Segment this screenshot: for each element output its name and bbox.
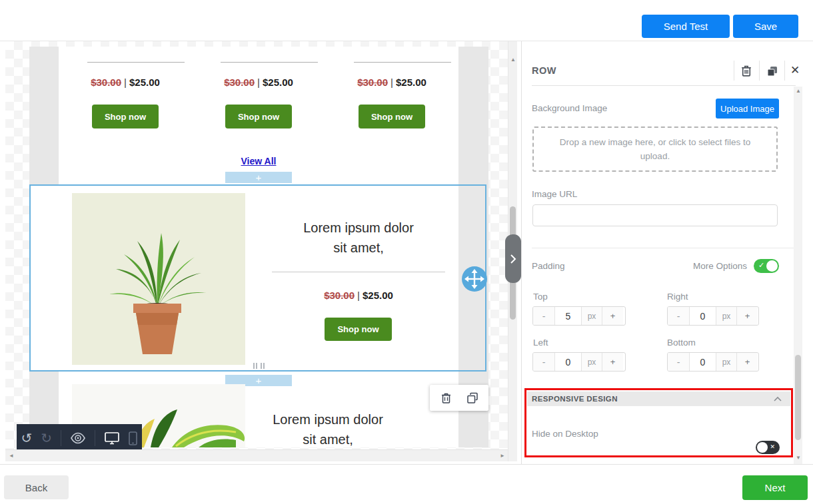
email-canvas: $30.00|$25.00 $30.00|$25.00 $30.00|$25.0… [0,41,521,464]
more-options-label: More Options [654,261,747,271]
panel-title: ROW [532,65,556,76]
padding-right-value[interactable]: 0 [690,307,716,325]
bottom-row-heading-text[interactable]: Lorem ipsum dolor sit amet, [228,409,428,449]
duplicate-row-icon[interactable] [466,392,478,404]
new-price: $25.00 [396,77,426,88]
hide-on-desktop-toggle[interactable]: ✕ [756,441,780,454]
row-heading-text[interactable]: Lorem ipsum dolor sit amet, [259,218,458,258]
panel-collapse-handle[interactable] [505,234,521,283]
column-resize-handle[interactable] [253,363,267,370]
padding-top-value[interactable]: 5 [555,307,581,325]
old-price: $30.00 [224,77,255,88]
padding-bottom-value[interactable]: 0 [690,353,716,371]
increment-button[interactable]: + [602,353,623,371]
heading-line-1: Lorem ipsum dolor [259,218,458,238]
decrement-button[interactable]: - [668,353,690,371]
price-separator: | [255,77,263,88]
decrement-button[interactable]: - [533,353,555,371]
unit-label: px [716,353,736,371]
chevron-up-icon[interactable] [774,396,782,401]
scrollbar-thumb[interactable] [795,355,801,440]
save-button[interactable]: Save [733,15,798,38]
redo-icon[interactable]: ↻ [41,431,52,445]
padding-right-label: Right [667,292,688,302]
unit-label: px [581,307,602,325]
next-button[interactable]: Next [742,475,808,500]
desktop-preview-icon[interactable] [104,431,120,445]
back-button[interactable]: Back [4,475,69,499]
decrement-button[interactable]: - [533,307,555,325]
undo-icon[interactable]: ↺ [21,431,33,445]
header-divider [759,61,760,81]
increment-button[interactable]: + [736,353,758,371]
increment-button[interactable]: + [602,307,623,325]
shop-now-button[interactable]: Shop now [92,105,159,128]
old-price: $30.00 [324,290,355,301]
scroll-up-arrow[interactable]: ▲ [510,57,516,63]
top-bar: Send Test Save [0,0,813,41]
old-price: $30.00 [357,77,388,88]
responsive-design-header[interactable]: RESPONSIVE DESIGN [527,391,790,406]
toggle-knob [766,260,778,272]
send-test-button[interactable]: Send Test [642,15,730,38]
decrement-button[interactable]: - [668,307,690,325]
panel-scrollbar[interactable]: ▲ ▼ [794,87,802,464]
padding-left-value[interactable]: 0 [555,353,581,371]
responsive-design-title: RESPONSIVE DESIGN [532,395,618,403]
row-settings-panel: ROW ✕ Background Image Upload Image Drop… [521,41,813,464]
plant-illustration [72,193,245,365]
padding-left-label: Left [533,338,548,348]
section-divider [532,248,796,248]
delete-row-icon[interactable] [440,392,452,404]
shop-now-button[interactable]: Shop now [359,105,425,128]
padding-bottom-stepper: - 0 px + [667,352,759,372]
image-dropzone[interactable]: Drop a new image here, or click to selec… [532,126,778,172]
preview-toolbar: ↺ ↻ [17,424,142,452]
upload-image-button[interactable]: Upload Image [716,99,779,119]
move-arrows-icon [462,266,487,292]
scroll-down-arrow[interactable]: ▼ [796,455,801,461]
heading-line-2: sit amet, [259,238,458,258]
selected-row[interactable]: Lorem ipsum dolor sit amet, $30.00|$25.0… [29,184,486,372]
toggle-knob [757,442,768,453]
header-border [532,85,796,86]
padding-label: Padding [532,261,565,271]
canvas-horizontal-scrollbar[interactable]: ◄ ► [5,449,508,461]
close-panel-icon[interactable]: ✕ [790,63,800,77]
plant-product-image[interactable] [72,193,245,365]
product-divider [87,62,185,63]
new-price: $25.00 [129,77,160,88]
padding-bottom-label: Bottom [667,338,696,348]
duplicate-row-icon[interactable] [766,65,778,77]
product-divider [354,62,451,63]
product-price: $30.00|$25.00 [342,77,442,88]
new-price: $25.00 [363,290,393,301]
delete-row-icon[interactable] [740,65,752,77]
price-separator: | [355,290,363,301]
padding-top-stepper: - 5 px + [532,306,626,326]
shop-now-button[interactable]: Shop now [225,105,292,128]
row-drag-handle[interactable] [462,266,487,292]
padding-top-label: Top [533,292,548,302]
scroll-left-arrow[interactable]: ◄ [9,453,14,459]
image-url-label: Image URL [532,189,577,199]
more-options-toggle[interactable]: ✓ [754,259,779,273]
shop-now-button[interactable]: Shop now [325,318,392,341]
background-image-label: Background Image [532,103,607,113]
image-url-input[interactable] [532,204,778,226]
product-price: $30.00|$25.00 [75,77,175,88]
toolbar-divider [95,430,95,446]
increment-button[interactable]: + [736,307,758,325]
chevron-right-icon [510,254,516,264]
view-all-link[interactable]: View All [225,156,292,166]
add-row-button-top[interactable]: + [225,172,292,183]
footer-bar: Back Next [0,464,813,504]
heading-line-2: sit amet, [228,429,428,449]
row-price: $30.00|$25.00 [259,290,458,301]
old-price: $30.00 [91,77,121,88]
preview-eye-icon[interactable] [70,432,86,444]
scroll-right-arrow[interactable]: ► [500,453,505,459]
mobile-preview-icon[interactable] [129,431,137,445]
scroll-up-arrow[interactable]: ▲ [796,89,801,94]
product-divider [221,62,318,63]
